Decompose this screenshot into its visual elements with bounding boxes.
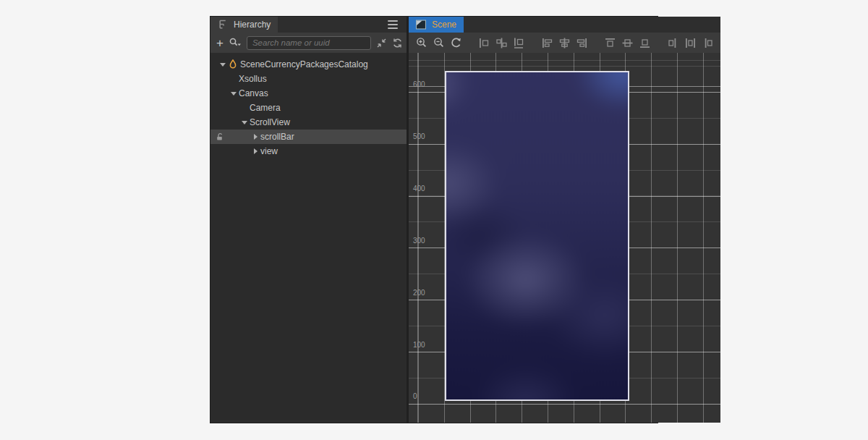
- tree-row-view[interactable]: view: [210, 144, 407, 158]
- refresh-icon: [392, 38, 403, 48]
- panel-menu-icon[interactable]: [388, 20, 398, 29]
- scene-image-icon: [416, 20, 426, 30]
- zoom-in-icon: [416, 37, 427, 48]
- tree-item-label: Xsollus: [239, 74, 267, 84]
- search-icon: [229, 37, 242, 48]
- ruler-label: 0: [413, 392, 417, 401]
- search-input[interactable]: [247, 36, 371, 50]
- snap-left-icon: [478, 37, 490, 49]
- align-center-h-button[interactable]: [558, 36, 571, 50]
- ruler-label: 100: [413, 341, 425, 350]
- tree-item-label: view: [260, 146, 278, 156]
- hierarchy-tree: SceneCurrencyPackagesCatalog Xsollus Can…: [210, 53, 407, 423]
- search-filter-button[interactable]: [229, 36, 242, 49]
- scene-toolbar: [409, 33, 720, 53]
- distribute-center-button[interactable]: [684, 36, 697, 50]
- filter-caret-icon: [237, 44, 241, 46]
- scene-viewport[interactable]: 600 500 400 300 200 100 0: [409, 53, 720, 423]
- editor-window: Hierarchy +: [210, 16, 658, 423]
- tree-item-label: Canvas: [239, 88, 268, 98]
- expand-arrow-icon[interactable]: [239, 117, 250, 127]
- tree-row-scene-root[interactable]: SceneCurrencyPackagesCatalog: [210, 57, 407, 72]
- hierarchy-panel: Hierarchy +: [210, 17, 407, 423]
- tab-hierarchy[interactable]: Hierarchy: [210, 17, 278, 33]
- snap-right-button[interactable]: [512, 36, 526, 50]
- tree-item-label: Camera: [250, 103, 281, 113]
- snap-left-button[interactable]: [477, 36, 491, 50]
- align-middle-icon: [621, 37, 634, 49]
- tree-item-label: ScrollView: [250, 117, 290, 127]
- align-middle-button[interactable]: [621, 36, 634, 50]
- reset-view-button[interactable]: [449, 36, 463, 50]
- expand-arrow-icon[interactable]: [250, 132, 260, 142]
- distribute-right-button[interactable]: [666, 36, 680, 50]
- ruler-label: 300: [413, 237, 425, 245]
- align-center-h-icon: [558, 37, 571, 49]
- hierarchy-tab-bar: Hierarchy: [210, 17, 407, 33]
- tree-item-label: SceneCurrencyPackagesCatalog: [240, 59, 368, 69]
- scene-tab-label: Scene: [432, 20, 456, 30]
- align-bottom-button[interactable]: [638, 36, 652, 50]
- scene-panel: Scene: [409, 17, 720, 423]
- zoom-out-button[interactable]: [432, 36, 446, 50]
- distribute-center-icon: [684, 37, 697, 49]
- ruler-label: 200: [413, 289, 425, 297]
- collapse-arrows-icon: [376, 38, 387, 48]
- add-node-button[interactable]: +: [216, 36, 224, 49]
- ruler-label: 400: [413, 185, 425, 193]
- tree-row-canvas[interactable]: Canvas: [210, 86, 407, 101]
- zoom-in-button[interactable]: [414, 36, 428, 50]
- align-right-button[interactable]: [575, 36, 589, 50]
- snap-center-v-icon: [495, 37, 508, 49]
- align-top-icon: [604, 37, 616, 49]
- align-bottom-icon: [639, 37, 651, 49]
- snap-center-v-button[interactable]: [495, 36, 509, 50]
- tab-scene[interactable]: Scene: [409, 17, 464, 33]
- expand-arrow-icon[interactable]: [250, 146, 260, 156]
- expand-arrow-icon[interactable]: [229, 88, 239, 98]
- plus-icon: +: [216, 37, 224, 49]
- unlock-icon[interactable]: [216, 132, 224, 141]
- distribute-right-icon: [667, 37, 679, 49]
- hierarchy-tab-label: Hierarchy: [234, 20, 271, 30]
- hierarchy-tree-icon: [218, 20, 228, 30]
- ruler-label: 600: [413, 80, 425, 89]
- rotate-reset-icon: [451, 37, 462, 48]
- collapse-all-button[interactable]: [376, 36, 387, 49]
- distribute-left-icon: [702, 37, 714, 49]
- align-left-button[interactable]: [540, 36, 554, 50]
- tree-row-camera[interactable]: Camera: [210, 101, 407, 115]
- tree-item-label: scrollBar: [260, 132, 294, 142]
- tree-row-scrollview[interactable]: ScrollView: [210, 115, 407, 130]
- canvas-design-area[interactable]: [445, 71, 629, 401]
- tree-row-scrollbar[interactable]: scrollBar: [210, 130, 407, 144]
- snap-right-icon: [513, 37, 525, 49]
- align-left-icon: [541, 37, 553, 49]
- align-right-icon: [576, 37, 588, 49]
- tree-row-xsollus[interactable]: Xsollus: [210, 72, 407, 86]
- hierarchy-toolbar: +: [210, 33, 407, 53]
- align-top-button[interactable]: [603, 36, 617, 50]
- distribute-left-button[interactable]: [701, 36, 715, 50]
- refresh-button[interactable]: [392, 36, 403, 49]
- scene-background-image: [445, 71, 629, 401]
- scene-tab-bar: Scene: [409, 17, 720, 33]
- ruler-label: 500: [413, 132, 425, 141]
- scene-flame-icon: [228, 59, 238, 69]
- zoom-out-icon: [433, 37, 445, 48]
- expand-arrow-icon[interactable]: [218, 59, 228, 69]
